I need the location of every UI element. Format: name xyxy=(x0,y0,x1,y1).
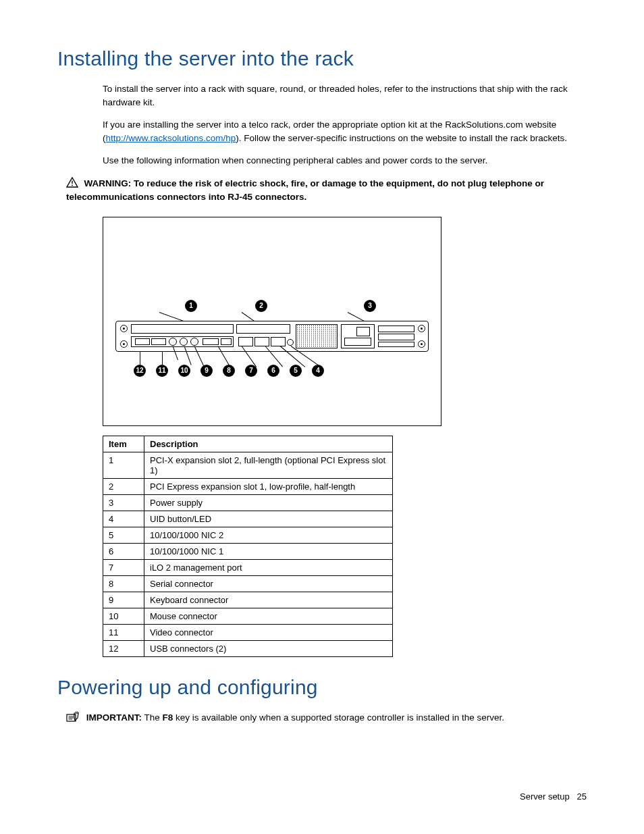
callout-10: 10 xyxy=(178,365,190,377)
svg-line-7 xyxy=(77,712,78,713)
table-cell-item: 10 xyxy=(103,608,144,625)
para-2-post: ). Follow the server-specific instructio… xyxy=(236,133,567,143)
table-cell-item: 11 xyxy=(103,625,144,641)
page-footer: Server setup 25 xyxy=(520,791,587,802)
table-cell-item: 6 xyxy=(103,544,144,560)
racksolutions-link[interactable]: http://www.racksolutions.com/hp xyxy=(106,133,236,143)
table-cell-desc: UID button/LED xyxy=(144,511,393,527)
heading-installing: Installing the server into the rack xyxy=(57,47,587,70)
table-cell-item: 3 xyxy=(103,495,144,511)
svg-point-1 xyxy=(72,184,73,186)
callout-6: 6 xyxy=(267,365,279,377)
rear-panel-diagram: 1 2 3 xyxy=(103,217,441,426)
warning-body: To reduce the risk of electric shock, fi… xyxy=(66,178,544,202)
table-row: 12USB connectors (2) xyxy=(103,641,393,657)
table-cell-item: 4 xyxy=(103,511,144,527)
callout-8: 8 xyxy=(223,365,235,377)
table-cell-item: 7 xyxy=(103,560,144,576)
table-cell-desc: USB connectors (2) xyxy=(144,641,393,657)
callout-4: 4 xyxy=(312,365,324,377)
table-row: 4UID button/LED xyxy=(103,511,393,527)
table-cell-desc: Mouse connector xyxy=(144,608,393,625)
table-cell-item: 9 xyxy=(103,592,144,608)
table-cell-desc: 10/100/1000 NIC 2 xyxy=(144,527,393,544)
table-head-item: Item xyxy=(103,436,144,452)
callout-2: 2 xyxy=(255,300,267,312)
table-header-row: Item Description xyxy=(103,436,393,452)
table-cell-desc: iLO 2 management port xyxy=(144,560,393,576)
table-row: 2PCI Express expansion slot 1, low-profi… xyxy=(103,479,393,495)
footer-page: 25 xyxy=(577,791,587,802)
table-cell-item: 8 xyxy=(103,576,144,592)
table-head-desc: Description xyxy=(144,436,393,452)
important-key: F8 xyxy=(163,712,173,723)
warning-text: WARNING: To reduce the risk of electric … xyxy=(66,178,544,202)
warning-icon xyxy=(66,177,78,190)
footer-section: Server setup xyxy=(520,791,570,802)
table-cell-item: 1 xyxy=(103,452,144,479)
callout-1: 1 xyxy=(185,300,197,312)
table-row: 10Mouse connector xyxy=(103,608,393,625)
table-cell-desc: 10/100/1000 NIC 1 xyxy=(144,544,393,560)
important-icon xyxy=(66,711,80,725)
table-row: 610/100/1000 NIC 1 xyxy=(103,544,393,560)
table-row: 1PCI-X expansion slot 2, full-length (op… xyxy=(103,452,393,479)
table-cell-desc: Power supply xyxy=(144,495,393,511)
svg-line-6 xyxy=(76,712,76,713)
para-2: If you are installing the server into a … xyxy=(57,118,587,145)
table-row: 8Serial connector xyxy=(103,576,393,592)
table-cell-desc: PCI Express expansion slot 1, low-profil… xyxy=(144,479,393,495)
table-row: 9Keyboard connector xyxy=(103,592,393,608)
important-label: IMPORTANT: xyxy=(86,712,142,723)
table-row: 3Power supply xyxy=(103,495,393,511)
callout-3: 3 xyxy=(364,300,376,312)
callout-11: 11 xyxy=(156,365,168,377)
callout-5: 5 xyxy=(290,365,302,377)
server-rear-panel xyxy=(115,321,429,352)
table-row: 11Video connector xyxy=(103,625,393,641)
callout-9: 9 xyxy=(200,365,213,377)
table-cell-item: 12 xyxy=(103,641,144,657)
callout-12: 12 xyxy=(134,365,146,377)
callout-table: Item Description 1PCI-X expansion slot 2… xyxy=(103,436,393,657)
table-row: 7iLO 2 management port xyxy=(103,560,393,576)
table-cell-desc: PCI-X expansion slot 2, full-length (opt… xyxy=(144,452,393,479)
table-cell-item: 5 xyxy=(103,527,144,544)
important-post: key is available only when a supported s… xyxy=(173,712,504,723)
heading-powering: Powering up and configuring xyxy=(57,676,587,699)
para-3: Use the following information when conne… xyxy=(57,154,587,167)
table-row: 510/100/1000 NIC 2 xyxy=(103,527,393,544)
table-cell-item: 2 xyxy=(103,479,144,495)
warning-label: WARNING: xyxy=(84,178,131,188)
warning-block: WARNING: To reduce the risk of electric … xyxy=(57,177,587,204)
table-cell-desc: Video connector xyxy=(144,625,393,641)
important-block: IMPORTANT: The F8 key is available only … xyxy=(57,711,587,725)
important-pre: The xyxy=(142,712,163,723)
para-1: To install the server into a rack with s… xyxy=(57,82,587,109)
table-cell-desc: Serial connector xyxy=(144,576,393,592)
table-cell-desc: Keyboard connector xyxy=(144,592,393,608)
